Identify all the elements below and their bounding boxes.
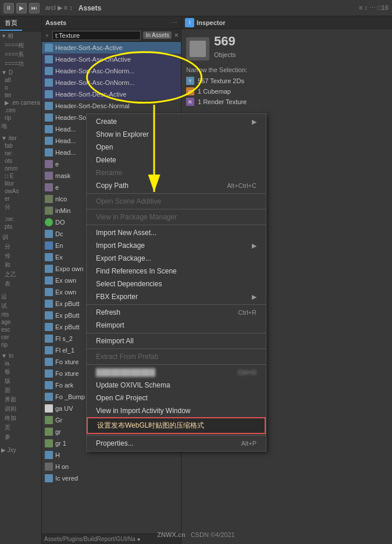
sidebar-item[interactable]: ▼ In	[0, 352, 41, 360]
step-button[interactable]: ⏭	[29, 3, 40, 13]
asset-icon	[44, 159, 54, 169]
sidebar-item[interactable]: 终加	[0, 414, 41, 423]
sidebar-item[interactable]: ====相	[0, 41, 41, 50]
sidebar-tab-home[interactable]: 首页	[0, 16, 22, 31]
sidebar-item[interactable]: rip	[0, 114, 41, 122]
ctx-export-package[interactable]: Export Package...	[87, 252, 266, 265]
ctx-update-schema[interactable]: Update OXIVIL Schema	[87, 379, 266, 392]
pause-button[interactable]: ⏸	[3, 3, 14, 13]
asset-icon	[44, 346, 54, 355]
sidebar-item-jxy[interactable]: ▶ Jxy	[0, 446, 41, 454]
ctx-reimport-all[interactable]: Reimport All	[87, 335, 266, 347]
list-item[interactable]: Header-Sort-Asc-OnNorm...	[42, 77, 181, 88]
sidebar-item[interactable]: ter	[0, 91, 41, 99]
asset-icon	[44, 322, 54, 332]
sidebar-item[interactable]: ▼ 相	[0, 31, 41, 41]
sidebar-item[interactable]: 地	[0, 122, 41, 131]
list-item[interactable]: Header-Sort-Asc-OnNorm...	[42, 65, 181, 77]
create-icon[interactable]: ＋	[44, 31, 50, 40]
ctx-show-explorer[interactable]: Show in Explorer	[87, 128, 266, 141]
ctx-copy-path[interactable]: Copy Path Alt+Ctrl+C	[87, 179, 266, 192]
sidebar-item[interactable]: 页	[0, 423, 41, 432]
ctx-fbx-arrow: ▶	[252, 293, 256, 301]
sidebar-item[interactable]: 和	[0, 261, 41, 270]
sidebar-item[interactable]: ▼ iter	[0, 134, 41, 142]
sidebar-item[interactable]: 分	[0, 242, 41, 251]
list-item[interactable]: Header-Sort-Asc-Active	[42, 42, 181, 54]
sidebar-item[interactable]: litor	[0, 180, 41, 187]
sidebar-item[interactable]: 表	[0, 279, 41, 289]
sidebar-item[interactable]: :ne:	[0, 215, 41, 223]
sidebar-item[interactable]: omm	[0, 165, 41, 172]
sidebar-item[interactable]: cer	[0, 333, 41, 341]
sidebar-item[interactable]: age	[0, 318, 41, 326]
sidebar-item[interactable]: ====系	[0, 50, 41, 59]
asset-name: Head...	[55, 149, 76, 156]
panel-menu-icon[interactable]: ⋯	[172, 19, 177, 26]
search-tag[interactable]: In Assets	[143, 31, 172, 39]
ctx-webgl-compress[interactable]: 设置发布WebGL时贴图的压缩格式	[87, 417, 266, 434]
sidebar-item[interactable]: er	[0, 195, 41, 202]
ctx-fbx-exporter[interactable]: FBX Exporter ▶	[87, 290, 266, 303]
sidebar-item[interactable]: 试	[0, 301, 41, 311]
asset-icon	[44, 369, 54, 378]
sidebar-item[interactable]: ====功	[0, 59, 41, 69]
ctx-properties[interactable]: Properties... Alt+P	[87, 437, 266, 450]
list-item[interactable]: Ic vered	[42, 472, 181, 484]
ctx-import-new-asset[interactable]: Import New Asset...	[87, 226, 266, 239]
sidebar-item[interactable]: atl	[0, 76, 41, 84]
asset-name: Fl el_1	[55, 347, 74, 354]
ctx-open[interactable]: Open	[87, 141, 266, 154]
ctx-open-csharp[interactable]: Open C# Project	[87, 392, 266, 404]
sidebar-item[interactable]: rip	[0, 341, 41, 349]
sidebar-item[interactable]: ne:	[0, 150, 41, 157]
ctx-select-deps[interactable]: Select Dependencies	[87, 278, 266, 290]
sidebar-item[interactable]: ▼ D	[0, 69, 41, 76]
sidebar-item[interactable]: 传	[0, 251, 41, 261]
ctx-sep-3	[87, 225, 266, 225]
ctx-delete[interactable]: Delete	[87, 154, 266, 166]
sidebar-item[interactable]: ots	[0, 157, 41, 165]
list-item[interactable]: H on	[42, 461, 181, 472]
sidebar-item[interactable]: □ E	[0, 172, 41, 180]
ctx-import-package[interactable]: Import Package ▶	[87, 239, 266, 252]
sidebar-item[interactable]: fab	[0, 142, 41, 150]
asset-name: Ex own	[55, 277, 76, 284]
ctx-refresh[interactable]: Refresh Ctrl+R	[87, 306, 266, 319]
ctx-reimport[interactable]: Reimport	[87, 319, 266, 332]
sidebar-item[interactable]: owAs	[0, 187, 41, 195]
asset-icon	[44, 194, 54, 204]
sidebar-item[interactable]: 版	[0, 376, 41, 386]
sidebar-item[interactable]: 运	[0, 292, 41, 301]
play-button[interactable]: ▶	[16, 3, 27, 13]
ctx-create[interactable]: Create ▶	[87, 115, 266, 128]
sidebar-item[interactable]: .cen	[0, 106, 41, 114]
ctx-find-references[interactable]: Find References In Scene	[87, 265, 266, 278]
asset-icon	[44, 78, 54, 87]
sidebar-item[interactable]: 训则	[0, 404, 41, 414]
inspector-row-rendertex[interactable]: R 1 Render Texture	[186, 98, 387, 106]
sidebar-item[interactable]: 分	[0, 202, 41, 212]
sidebar-item[interactable]: 板	[0, 367, 41, 376]
list-item[interactable]: Header-Sort-Desc-Active	[42, 88, 181, 100]
sidebar-item[interactable]: 面	[0, 386, 41, 395]
inspector-row-cubemap[interactable]: C 1 Cubemap	[186, 87, 387, 95]
sidebar-item[interactable]: nts	[0, 311, 41, 318]
ctx-blurred[interactable]: ████████████ Ctrl+G	[87, 366, 266, 379]
list-item[interactable]: Header-Sort-Asc-OnActive	[42, 54, 181, 65]
sidebar-item[interactable]: 参	[0, 432, 41, 442]
search-input[interactable]	[52, 31, 141, 40]
search-close-icon[interactable]: ✕	[174, 32, 179, 38]
sidebar-item[interactable]: o	[0, 84, 41, 91]
sidebar-item[interactable]: ia.	[0, 360, 41, 367]
asset-name: Ic vered	[55, 475, 78, 482]
list-item[interactable]: Header-Sort-Desc-Normal	[42, 100, 181, 112]
sidebar-item[interactable]: ▶ .en camera	[0, 99, 41, 106]
sidebar-item[interactable]: 之乙	[0, 270, 41, 279]
sidebar-item[interactable]: 界面	[0, 395, 41, 404]
sidebar-item[interactable]: 训	[0, 233, 41, 242]
sidebar-item[interactable]: esc	[0, 326, 41, 333]
inspector-row-textures[interactable]: T 567 Texture 2Ds	[186, 77, 387, 85]
sidebar-item[interactable]: pts	[0, 223, 41, 230]
ctx-view-import-activity[interactable]: View in Import Activity Window	[87, 404, 266, 417]
